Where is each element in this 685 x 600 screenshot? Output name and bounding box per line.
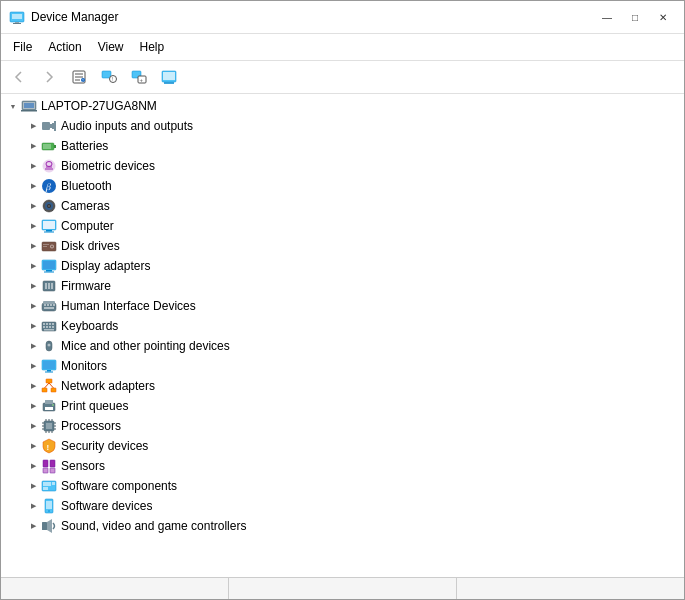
batteries-label: Batteries: [61, 139, 108, 153]
tree-item-hid[interactable]: Human Interface Devices: [25, 296, 684, 316]
audio-toggle[interactable]: [25, 118, 41, 134]
batteries-toggle[interactable]: [25, 138, 41, 154]
root-toggle[interactable]: [5, 98, 21, 114]
audio-icon: [41, 118, 57, 134]
minimize-button[interactable]: —: [594, 7, 620, 27]
svg-rect-81: [46, 379, 52, 383]
menu-action[interactable]: Action: [40, 36, 89, 58]
svg-rect-47: [43, 244, 49, 245]
battery-icon: [41, 138, 57, 154]
forward-button[interactable]: [35, 64, 63, 90]
cameras-label: Cameras: [61, 199, 110, 213]
biometric-toggle[interactable]: [25, 158, 41, 174]
tree-item-processors[interactable]: Processors: [25, 416, 684, 436]
menu-help[interactable]: Help: [132, 36, 173, 58]
menu-file[interactable]: File: [5, 36, 40, 58]
back-button[interactable]: [5, 64, 33, 90]
processors-label: Processors: [61, 419, 121, 433]
tree-item-cameras[interactable]: Cameras: [25, 196, 684, 216]
root-label: LAPTOP-27UGA8NM: [41, 99, 157, 113]
menu-view[interactable]: View: [90, 36, 132, 58]
svg-point-115: [48, 510, 50, 512]
sound-toggle[interactable]: [25, 518, 41, 534]
svg-rect-55: [48, 283, 50, 289]
hid-toggle[interactable]: [25, 298, 41, 314]
svg-rect-111: [43, 487, 48, 490]
tree-item-audio[interactable]: Audio inputs and outputs: [25, 116, 684, 136]
software-devices-toggle[interactable]: [25, 498, 41, 514]
tree-panel[interactable]: LAPTOP-27UGA8NM: [1, 94, 684, 577]
tree-item-keyboards[interactable]: Keyboards: [25, 316, 684, 336]
sensors-toggle[interactable]: [25, 458, 41, 474]
show-hidden-button[interactable]: +: [125, 64, 153, 90]
svg-rect-73: [44, 329, 54, 331]
svg-rect-26: [54, 121, 56, 131]
tree-item-sound[interactable]: Sound, video and game controllers: [25, 516, 684, 536]
security-toggle[interactable]: [25, 438, 41, 454]
status-segment-3: [457, 578, 684, 599]
tree-item-bluetooth[interactable]: 𝛽 Bluetooth: [25, 176, 684, 196]
sensors-icon: [41, 458, 57, 474]
tree-root: LAPTOP-27UGA8NM: [1, 96, 684, 536]
svg-rect-54: [45, 283, 47, 289]
tree-children: Audio inputs and outputs Batteries: [5, 116, 684, 536]
svg-rect-110: [43, 482, 51, 486]
refresh-button[interactable]: [155, 64, 183, 90]
update-driver-button[interactable]: !: [95, 64, 123, 90]
processors-toggle[interactable]: [25, 418, 41, 434]
title-left: Device Manager: [9, 9, 118, 25]
tree-item-monitors[interactable]: Monitors: [25, 356, 684, 376]
toolbar: ? ! +: [1, 61, 684, 94]
tree-root-item[interactable]: LAPTOP-27UGA8NM: [5, 96, 684, 116]
print-label: Print queues: [61, 399, 128, 413]
cameras-toggle[interactable]: [25, 198, 41, 214]
tree-item-batteries[interactable]: Batteries: [25, 136, 684, 156]
title-bar: Device Manager — □ ✕: [1, 1, 684, 34]
network-toggle[interactable]: [25, 378, 41, 394]
tree-item-firmware[interactable]: Firmware: [25, 276, 684, 296]
properties-button[interactable]: ?: [65, 64, 93, 90]
close-button[interactable]: ✕: [650, 7, 676, 27]
svg-rect-69: [43, 326, 45, 328]
tree-item-biometric[interactable]: Biometric devices: [25, 156, 684, 176]
tree-item-software-devices[interactable]: Software devices: [25, 496, 684, 516]
tree-item-software-components[interactable]: Software components: [25, 476, 684, 496]
device-manager-window: Device Manager — □ ✕ File Action View He…: [0, 0, 685, 600]
svg-line-84: [45, 383, 50, 388]
hid-label: Human Interface Devices: [61, 299, 196, 313]
bluetooth-icon: 𝛽: [41, 178, 57, 194]
bluetooth-toggle[interactable]: [25, 178, 41, 194]
software-components-toggle[interactable]: [25, 478, 41, 494]
tree-item-display[interactable]: Display adapters: [25, 256, 684, 276]
disk-toggle[interactable]: [25, 238, 41, 254]
svg-rect-83: [51, 388, 56, 392]
tree-item-mice[interactable]: Mice and other pointing devices: [25, 336, 684, 356]
tree-item-sensors[interactable]: Sensors: [25, 456, 684, 476]
camera-icon: [41, 198, 57, 214]
print-toggle[interactable]: [25, 398, 41, 414]
svg-rect-43: [44, 232, 54, 233]
tree-item-disk[interactable]: Disk drives: [25, 236, 684, 256]
firmware-icon: [41, 278, 57, 294]
svg-rect-107: [43, 468, 48, 473]
display-toggle[interactable]: [25, 258, 41, 274]
laptop-icon: [21, 98, 37, 114]
maximize-button[interactable]: □: [622, 7, 648, 27]
tree-item-print[interactable]: Print queues: [25, 396, 684, 416]
software-devices-label: Software devices: [61, 499, 152, 513]
status-segment-2: [229, 578, 457, 599]
mice-toggle[interactable]: [25, 338, 41, 354]
tree-item-network[interactable]: Network adapters: [25, 376, 684, 396]
monitors-toggle[interactable]: [25, 358, 41, 374]
properties-icon: ?: [71, 69, 87, 85]
firmware-toggle[interactable]: [25, 278, 41, 294]
svg-rect-56: [51, 283, 53, 289]
biometric-icon: [41, 158, 57, 174]
svg-text:+: +: [140, 77, 144, 83]
tree-item-security[interactable]: ! Security devices: [25, 436, 684, 456]
svg-rect-50: [43, 261, 55, 269]
computer-toggle[interactable]: [25, 218, 41, 234]
tree-item-computer[interactable]: Computer: [25, 216, 684, 236]
sensors-label: Sensors: [61, 459, 105, 473]
keyboards-toggle[interactable]: [25, 318, 41, 334]
